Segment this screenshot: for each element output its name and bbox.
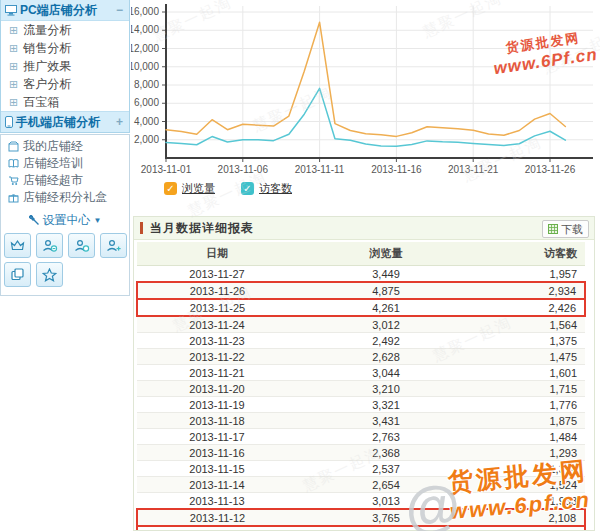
analysis-nav-panel: PC端店铺分析 − ⊞流量分析⊞销售分析⊞推广效果⊞客户分析⊞百宝箱 手机端店铺… <box>0 0 130 133</box>
col-pageviews: 浏览量 <box>297 242 475 266</box>
svg-text:8,000: 8,000 <box>134 79 159 90</box>
user-minus-icon[interactable] <box>36 233 63 258</box>
settings-center-button[interactable]: 设置中心 ▼ <box>1 210 129 230</box>
table-row: 2013-11-273,4491,957 <box>137 266 585 283</box>
report-table: 日期 浏览量 访客数 2013-11-273,4491,9572013-11-2… <box>136 242 586 531</box>
chevron-down-icon: ▼ <box>94 216 102 225</box>
user-plus-icon[interactable] <box>100 233 127 258</box>
expand-box-icon: ⊞ <box>9 79 18 90</box>
sidebar-link[interactable]: 店铺经积分礼盒 <box>1 189 129 206</box>
nav-pc-items: ⊞流量分析⊞销售分析⊞推广效果⊞客户分析⊞百宝箱 <box>1 21 129 111</box>
sidebar-item[interactable]: ⊞销售分析 <box>1 39 129 57</box>
sidebar: PC端店铺分析 − ⊞流量分析⊞销售分析⊞推广效果⊞客户分析⊞百宝箱 手机端店铺… <box>0 0 131 531</box>
star-icon[interactable] <box>36 262 63 287</box>
table-row: 2013-11-133,0131,953 <box>137 493 585 510</box>
sidebar-item[interactable]: ⊞百宝箱 <box>1 93 129 111</box>
sidebar-link[interactable]: 我的店铺经 <box>1 138 129 155</box>
download-button[interactable]: 下载 <box>542 220 589 238</box>
title-accent-bar <box>140 222 143 234</box>
chart-legend: ✓浏览量✓访客数 <box>164 181 292 196</box>
table-row: 2013-11-172,7631,484 <box>137 429 585 445</box>
table-row: 2013-11-264,8752,934 <box>137 282 585 299</box>
table-row: 2013-11-152,5371,314 <box>137 461 585 477</box>
svg-text:6,000: 6,000 <box>134 97 159 108</box>
sidebar-link[interactable]: 店铺经培训 <box>1 155 129 172</box>
svg-text:2013-11-16: 2013-11-16 <box>371 164 422 175</box>
expand-box-icon: ⊞ <box>9 61 18 72</box>
crown-icon[interactable] <box>4 233 31 258</box>
sidebar-item[interactable]: ⊞流量分析 <box>1 21 129 39</box>
sidebar-item[interactable]: ⊞推广效果 <box>1 57 129 75</box>
legend-checkbox-icon[interactable]: ✓ <box>241 182 254 195</box>
sidebar-link[interactable]: 店铺经超市 <box>1 172 129 189</box>
legend-item[interactable]: ✓浏览量 <box>164 181 215 196</box>
settings-center-label: 设置中心 <box>43 212 91 229</box>
report-title: 当月数据详细报表 <box>150 220 254 237</box>
nav-section-mobile[interactable]: 手机端店铺分析 + <box>1 111 129 132</box>
expand-box-icon: ⊞ <box>9 97 18 108</box>
traffic-chart: 2,0004,0006,0008,00010,00012,00014,00016… <box>131 0 600 214</box>
report-title-bar: 当月数据详细报表 下载 <box>134 217 594 240</box>
expand-plus-icon[interactable]: + <box>114 115 125 129</box>
download-label: 下载 <box>561 222 583 237</box>
table-row: 2013-11-183,4311,875 <box>137 413 585 429</box>
monitor-icon <box>5 5 17 16</box>
sidebar-item[interactable]: ⊞客户分析 <box>1 75 129 93</box>
svg-text:2013-11-26: 2013-11-26 <box>525 164 576 175</box>
spreadsheet-icon <box>548 224 558 234</box>
svg-text:2013-11-01: 2013-11-01 <box>141 164 192 175</box>
svg-text:12,000: 12,000 <box>131 43 159 54</box>
legend-checkbox-icon[interactable]: ✓ <box>164 182 177 195</box>
table-row: 2013-11-243,0121,564 <box>137 316 585 333</box>
collapse-minus-icon[interactable]: − <box>114 3 125 17</box>
svg-text:16,000: 16,000 <box>131 6 159 17</box>
copy-icon[interactable] <box>4 262 31 287</box>
table-row: 2013-11-203,2101,715 <box>137 381 585 397</box>
expand-box-icon: ⊞ <box>9 43 18 54</box>
table-row: 2013-11-213,0441,601 <box>137 365 585 381</box>
col-date: 日期 <box>137 242 297 266</box>
wrench-icon <box>29 215 40 226</box>
table-header-row: 日期 浏览量 访客数 <box>137 242 585 266</box>
nav-section-mobile-label: 手机端店铺分析 <box>16 114 114 131</box>
table-row: 2013-11-222,6281,475 <box>137 349 585 365</box>
nav-section-pc-label: PC端店铺分析 <box>20 2 114 19</box>
smartphone-icon <box>5 116 13 128</box>
svg-text:2013-11-11: 2013-11-11 <box>295 164 345 175</box>
table-row: 2013-11-123,7652,108 <box>137 509 585 526</box>
svg-text:2,000: 2,000 <box>134 134 159 145</box>
legend-item[interactable]: ✓访客数 <box>241 181 292 196</box>
svg-text:4,000: 4,000 <box>134 116 159 127</box>
expand-box-icon: ⊞ <box>9 25 18 36</box>
svg-text:10,000: 10,000 <box>131 61 159 72</box>
table-row: 2013-11-232,4921,375 <box>137 333 585 349</box>
svg-text:2013-11-21: 2013-11-21 <box>448 164 499 175</box>
table-row: 2013-11-142,6541,524 <box>137 477 585 493</box>
svg-text:2013-11-06: 2013-11-06 <box>218 164 269 175</box>
tool-icon-grid <box>1 230 129 287</box>
col-visitors: 访客数 <box>475 242 585 266</box>
svg-text:14,000: 14,000 <box>131 24 159 35</box>
table-row: 2013-11-193,3211,776 <box>137 397 585 413</box>
table-row: 2013-11-254,2612,426 <box>137 299 585 316</box>
monthly-report-section: 当月数据详细报表 下载 日期 浏览量 访客数 2013-11-273,4491,… <box>133 216 595 531</box>
table-row: 2013-11-162,3681,293 <box>137 445 585 461</box>
app-links-panel: 我的店铺经店铺经培训店铺经超市店铺经积分礼盒 设置中心 ▼ <box>0 134 130 296</box>
app-links: 我的店铺经店铺经培训店铺经超市店铺经积分礼盒 <box>1 138 129 206</box>
table-row: 2013-11-1114,8697,632 <box>137 526 585 531</box>
user-circle-icon[interactable] <box>68 233 95 258</box>
nav-section-pc[interactable]: PC端店铺分析 − <box>1 0 129 21</box>
